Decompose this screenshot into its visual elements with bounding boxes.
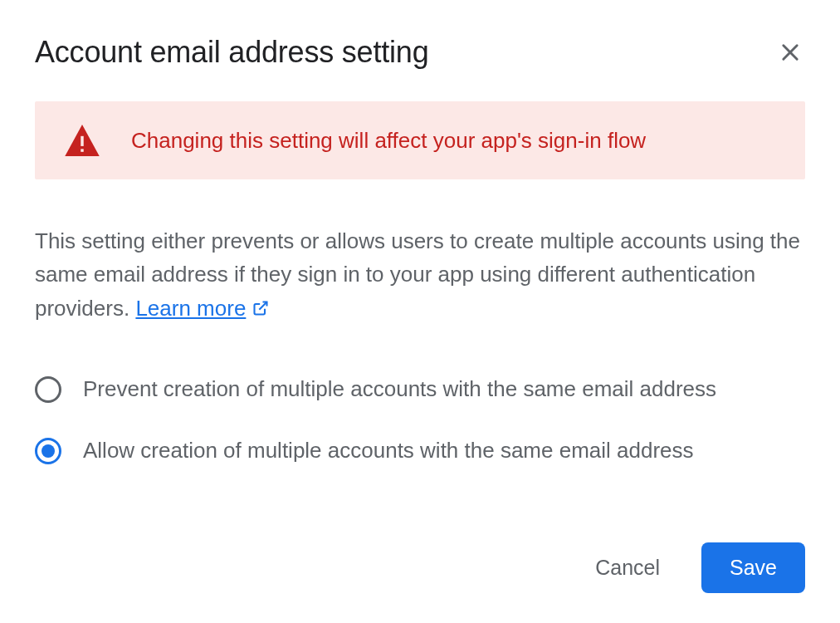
svg-line-4 bbox=[260, 302, 267, 309]
description-text: This setting either prevents or allows u… bbox=[35, 224, 805, 325]
dialog-title: Account email address setting bbox=[35, 35, 428, 70]
radio-button-allow[interactable] bbox=[35, 438, 61, 464]
warning-banner: Changing this setting will affect your a… bbox=[35, 101, 805, 179]
dialog-header: Account email address setting bbox=[35, 35, 805, 70]
close-icon bbox=[779, 41, 802, 64]
radio-option-prevent[interactable]: Prevent creation of multiple accounts wi… bbox=[35, 376, 805, 403]
svg-rect-2 bbox=[81, 136, 83, 146]
warning-icon bbox=[65, 125, 100, 156]
learn-more-link[interactable]: Learn more bbox=[135, 292, 269, 325]
svg-rect-3 bbox=[81, 149, 83, 151]
radio-group: Prevent creation of multiple accounts wi… bbox=[35, 376, 805, 464]
dialog-footer: Cancel Save bbox=[35, 542, 805, 593]
close-button[interactable] bbox=[775, 37, 805, 67]
cancel-button[interactable]: Cancel bbox=[577, 542, 678, 593]
radio-button-prevent[interactable] bbox=[35, 376, 61, 403]
warning-text: Changing this setting will affect your a… bbox=[131, 128, 646, 154]
radio-option-allow[interactable]: Allow creation of multiple accounts with… bbox=[35, 438, 805, 464]
external-link-icon bbox=[252, 300, 269, 316]
radio-label-prevent: Prevent creation of multiple accounts wi… bbox=[83, 376, 716, 402]
radio-label-allow: Allow creation of multiple accounts with… bbox=[83, 438, 694, 464]
account-email-setting-dialog: Account email address setting Changing t… bbox=[0, 0, 840, 623]
save-button[interactable]: Save bbox=[701, 542, 805, 593]
